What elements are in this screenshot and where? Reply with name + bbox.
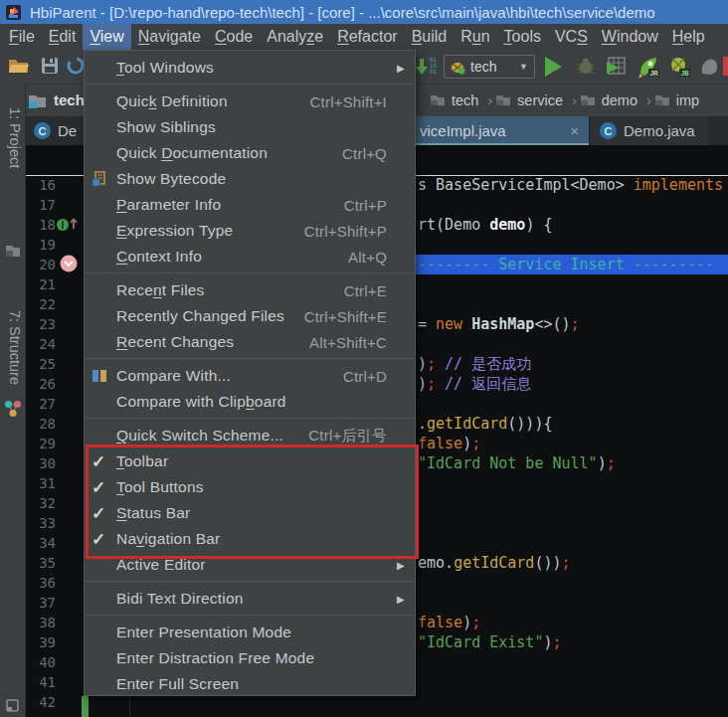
editor-tab-partial[interactable]: C De	[26, 116, 84, 145]
menu-item-label: Tool Windows	[116, 59, 387, 77]
menu-item-show-siblings[interactable]: Show Siblings	[85, 114, 415, 140]
menu-item-recent-changes[interactable]: Recent ChangesAlt+Shift+C	[85, 329, 415, 355]
menu-item-shortcut: Ctrl+Shift+I	[310, 93, 387, 110]
line-number: 27	[26, 394, 56, 414]
breadcrumb-item[interactable]: tech	[430, 92, 478, 108]
menubar-item-navigate[interactable]: Navigate	[131, 24, 208, 50]
close-tab-icon[interactable]: ×	[570, 122, 579, 139]
menu-item-quick-documentation[interactable]: Quick DocumentationCtrl+Q	[85, 140, 415, 166]
run-config-icon	[451, 60, 465, 75]
stop-button-partial[interactable]	[723, 57, 728, 76]
line-number: 28	[26, 414, 56, 434]
line-number: 31	[26, 473, 56, 493]
menu-item-label: Recent Changes	[116, 333, 297, 351]
svg-text:JR: JR	[650, 70, 659, 77]
menu-item-quick-definition[interactable]: Quick DefinitionCtrl+Shift+I	[85, 89, 415, 114]
breadcrumb-label: imp	[676, 92, 699, 108]
menubar-item-code[interactable]: Code	[208, 24, 260, 50]
menu-item-label: Quick Documentation	[116, 144, 330, 162]
code-line: ); // 返回信息	[418, 374, 531, 394]
menubar-item-refactor[interactable]: Refactor	[330, 24, 404, 50]
menu-separator	[86, 418, 414, 419]
menubar-item-edit[interactable]: Edit	[42, 24, 84, 50]
run-button[interactable]	[545, 57, 562, 77]
menubar-item-window[interactable]: Window	[595, 24, 665, 50]
line-number: 37	[26, 593, 56, 613]
menu-item-label: Expression Type	[116, 222, 292, 240]
tool-window-bar: 1: Project 7: Structure	[0, 84, 26, 717]
breadcrumb-item[interactable]: imp	[654, 92, 699, 108]
line-number: 32	[26, 493, 56, 513]
submenu-arrow-icon: ▶	[393, 63, 405, 74]
menu-item-shortcut: Ctrl+E	[344, 282, 387, 299]
debug-with-jrebel-icon[interactable]: JB	[667, 56, 691, 78]
menubar-item-file[interactable]: File	[2, 24, 42, 50]
tool-window-structure[interactable]: 7: Structure	[7, 310, 23, 385]
class-icon: C	[600, 122, 617, 139]
run-with-coverage-icon[interactable]	[605, 56, 627, 77]
menu-item-label: Show Siblings	[116, 118, 387, 136]
menu-item-tool-windows[interactable]: Tool Windows▶	[85, 55, 415, 81]
breadcrumb-label: tech	[452, 92, 478, 108]
code-line: ); // 是否成功	[418, 354, 531, 374]
menu-item-label: Parameter Info	[116, 196, 332, 214]
menu-item-label: Enter Distraction Free Mode	[116, 649, 387, 667]
menu-item-label: Context Info	[116, 248, 336, 266]
editor-tab-demo[interactable]: C Demo.java	[589, 116, 708, 145]
code-line: "IdCard Not be Null");	[418, 453, 616, 473]
menu-item-icon-slot	[91, 368, 116, 384]
menubar-item-build[interactable]: Build	[405, 24, 455, 50]
menu-item-label: Recently Changed Files	[116, 307, 292, 325]
editor-tab-selected[interactable]: viceImpl.java ×	[416, 116, 589, 145]
menu-item-expression-type[interactable]: Expression TypeCtrl+Shift+P	[85, 218, 415, 244]
menu-item-label: Quick Definition	[116, 92, 298, 110]
ide-window: HbiParent - [D:\repo-hand\repo-tech\tech…	[0, 0, 728, 717]
menu-item-shortcut: Ctrl+Shift+E	[304, 308, 387, 325]
menu-item-recently-changed-files[interactable]: Recently Changed FilesCtrl+Shift+E	[85, 303, 415, 329]
menu-item-bidi-text-direction[interactable]: Bidi Text Direction▶	[85, 586, 415, 612]
menu-item-label: Quick Switch Scheme...	[116, 427, 296, 445]
debug-icon[interactable]	[574, 56, 598, 77]
menubar-item-analyze[interactable]: Analyze	[260, 24, 330, 50]
menu-item-compare-with-clipboard[interactable]: Compare with Clipboard	[85, 389, 415, 415]
open-folder-icon[interactable]	[8, 56, 30, 76]
folder-icon	[654, 93, 670, 106]
menu-item-label: Compare with Clipboard	[116, 393, 387, 411]
line-number: 41	[26, 672, 56, 692]
menubar-item-run[interactable]: Run	[454, 24, 496, 50]
menu-item-recent-files[interactable]: Recent FilesCtrl+E	[85, 277, 415, 303]
line-number: 38	[26, 613, 56, 632]
run-with-jrebel-icon[interactable]: JR	[637, 56, 660, 78]
menu-item-show-bytecode[interactable]: Show Bytecode	[85, 166, 415, 192]
menu-separator	[86, 358, 414, 359]
synchronize-icon[interactable]	[66, 56, 86, 76]
toggle-tool-buttons-icon[interactable]	[6, 699, 19, 712]
implement-marker-icon[interactable]	[60, 255, 78, 272]
override-marker-icon[interactable]	[56, 217, 80, 233]
menu-item-shortcut: Ctrl+后引号	[308, 427, 387, 446]
run-configuration-select[interactable]: tech ▼	[444, 55, 535, 79]
menu-item-enter-presentation-mode[interactable]: Enter Presentation Mode	[85, 620, 415, 645]
tool-window-project[interactable]: 1: Project	[7, 107, 23, 168]
menu-item-enter-distraction-free-mode[interactable]: Enter Distraction Free Mode	[85, 645, 415, 671]
breadcrumb-item[interactable]: demo	[580, 92, 637, 108]
line-number: 22	[26, 294, 56, 314]
menubar-item-view[interactable]: View	[83, 24, 130, 50]
menu-item-compare-with[interactable]: Compare With...Ctrl+D	[85, 363, 415, 389]
menubar-item-help[interactable]: Help	[665, 24, 712, 50]
structure-tool-icon[interactable]	[4, 400, 22, 418]
chevron-down-icon: ▼	[519, 62, 528, 72]
line-number: 20	[26, 255, 56, 274]
breadcrumb-item[interactable]: service	[495, 92, 563, 108]
menubar-item-tools[interactable]: Tools	[497, 24, 548, 50]
update-project-icon[interactable]: 011001	[416, 57, 437, 77]
menu-item-shortcut: Ctrl+Q	[342, 145, 387, 162]
menu-item-parameter-info[interactable]: Parameter InfoCtrl+P	[85, 192, 415, 218]
class-icon: C	[34, 122, 51, 139]
project-tool-icon[interactable]	[5, 243, 21, 258]
save-all-icon[interactable]	[40, 56, 60, 76]
menu-item-enter-full-screen[interactable]: Enter Full Screen	[85, 671, 415, 697]
menu-item-context-info[interactable]: Context InfoAlt+Q	[85, 244, 415, 269]
run-config-name: tech	[470, 59, 514, 75]
menubar-item-vcs[interactable]: VCS	[548, 24, 595, 50]
